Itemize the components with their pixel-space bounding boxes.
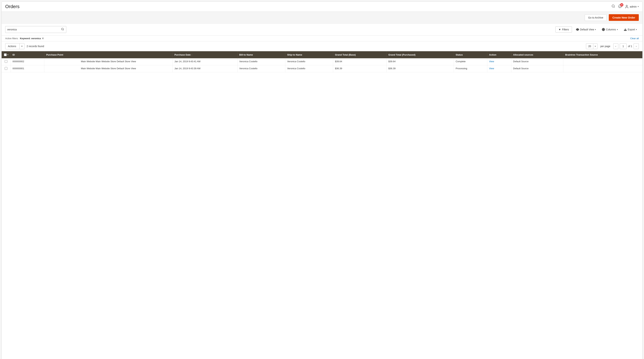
th-purchase-date-label: Purchase Date [174,54,191,56]
cell-action-1: View [487,65,511,72]
records-count: 2 records found [26,45,44,48]
svg-point-2 [626,5,627,6]
th-id[interactable]: ID [10,51,44,58]
per-page-select[interactable]: 20 ▾ [586,43,598,49]
th-allocated-sources[interactable]: Allocated sources [511,51,563,58]
notification-bell[interactable]: 39 [618,4,622,9]
cell-grand-total-base-0: $39.64 [333,58,386,65]
th-grand-total-base-label: Grand Total (Base) [335,54,356,56]
th-grand-total-purchased-label: Grand Total (Purchased) [388,54,416,56]
table-row: 000000002 Main Website Main Website Stor… [2,58,642,65]
default-view-label: Default View [580,28,594,31]
cell-braintree-0 [563,58,642,65]
th-grand-total-purchased[interactable]: Grand Total (Purchased) [386,51,454,58]
row-checkbox-cell [2,65,10,72]
per-page-caret-icon[interactable]: ▾ [593,44,597,49]
cell-purchase-point-0: Main Website Main Website Store Default … [44,58,173,65]
cell-id-0: 000000002 [10,58,44,65]
actions-row: Actions ▾ 2 records found 20 ▾ per page … [2,41,642,51]
search-icon[interactable] [612,4,615,9]
per-page-label: per page [600,45,610,48]
cell-braintree-1 [563,65,642,72]
th-purchase-point[interactable]: Purchase Point [44,51,173,58]
clear-all-button[interactable]: Clear all [630,37,639,40]
table-row: 000000001 Main Website Main Website Stor… [2,65,642,72]
page-title: Orders [5,4,20,9]
header-right: 39 admin ▾ [612,4,639,9]
toolbar-bar: Go to Archive Create New Order [2,12,642,24]
notification-count: 39 [620,3,623,7]
th-braintree-label: Braintree Transaction Source [565,54,598,56]
row-checkbox-0[interactable] [5,60,7,63]
filters-label: Filters [562,28,569,31]
columns-button[interactable]: Columns ▾ [600,27,620,33]
th-bill-to-label: Bill-to Name [239,54,253,56]
export-chevron-icon: ▾ [636,29,637,31]
filters-button[interactable]: ▼ Filters [556,27,572,33]
search-input[interactable] [6,27,59,32]
th-select-all[interactable]: ▾ [2,51,10,58]
user-name: admin [630,5,637,8]
cell-allocated-sources-1: Default Source [511,65,563,72]
th-grand-total-base[interactable]: Grand Total (Base) [333,51,386,58]
cell-bill-to-1: Veronica Costello [237,65,285,72]
th-status-label: Status [456,54,463,56]
next-page-button[interactable]: › [634,43,639,49]
user-menu[interactable]: admin ▾ [625,5,639,9]
orders-table: ▾ ID Purchase Point Purchase Date ↑ Bill… [2,51,642,72]
cell-ship-to-1: Veronica Costello [285,65,333,72]
th-allocated-sources-label: Allocated sources [513,54,533,56]
row-checkbox-cell [2,58,10,65]
th-braintree[interactable]: Braintree Transaction Source [563,51,642,58]
cell-status-0: Complete [454,58,487,65]
svg-line-1 [614,7,615,8]
cell-purchase-date-0: Jan 14, 2019 9:43:41 AM [172,58,237,65]
th-bill-to[interactable]: Bill-to Name [237,51,285,58]
cell-purchase-point-1: Main Website Main Website Store Default … [44,65,173,72]
filter-icon: ▼ [558,28,561,31]
cell-id-1: 000000001 [10,65,44,72]
export-button[interactable]: Export ▾ [622,27,639,33]
table-header-row: ▾ ID Purchase Point Purchase Date ↑ Bill… [2,51,642,58]
orders-table-container: ▾ ID Purchase Point Purchase Date ↑ Bill… [2,51,642,72]
cell-status-1: Processing [454,65,487,72]
row-checkbox-1[interactable] [5,67,7,70]
keyword-filter-tag: Keyword: veronica ✕ [20,37,44,40]
active-filters-label: Active filters: [5,37,18,40]
view-link-1[interactable]: View [489,67,494,70]
svg-point-5 [577,29,578,30]
cell-grand-total-purchased-0: $39.64 [386,58,454,65]
gear-icon [602,28,605,31]
actions-caret-icon[interactable]: ▾ [20,44,24,49]
cell-bill-to-0: Veronica Costello [237,58,285,65]
columns-label: Columns [606,28,616,31]
default-view-button[interactable]: Default View ▾ [574,27,598,33]
th-ship-to-label: Ship-to Name [287,54,302,56]
th-action[interactable]: Action [487,51,511,58]
th-purchase-point-label: Purchase Point [46,54,63,56]
view-link-0[interactable]: View [489,60,494,63]
remove-filter-button[interactable]: ✕ [42,37,44,40]
columns-chevron-icon: ▾ [617,29,618,31]
search-filter-row: ▼ Filters Default View ▾ Columns ▾ Expor… [2,24,642,36]
th-ship-to[interactable]: Ship-to Name [285,51,333,58]
th-action-label: Action [489,54,496,56]
current-page: 1 [620,43,626,49]
th-status[interactable]: Status [454,51,487,58]
create-order-button[interactable]: Create New Order [609,14,639,21]
export-icon [624,28,627,31]
cell-grand-total-base-1: $36.39 [333,65,386,72]
th-purchase-date[interactable]: Purchase Date ↑ [172,51,237,58]
cell-allocated-sources-0: Default Source [511,58,563,65]
search-submit-button[interactable] [59,26,66,33]
total-pages: of 1 [628,45,632,48]
archive-button[interactable]: Go to Archive [585,15,606,21]
eye-icon [576,28,579,31]
cell-grand-total-purchased-1: $36.39 [386,65,454,72]
prev-page-button[interactable]: ‹ [613,43,618,49]
user-icon [625,5,629,9]
actions-dropdown[interactable]: Actions ▾ [5,43,24,49]
cell-purchase-date-1: Jan 14, 2019 9:43:39 AM [172,65,237,72]
export-label: Export [628,28,635,31]
cell-action-0: View [487,58,511,65]
